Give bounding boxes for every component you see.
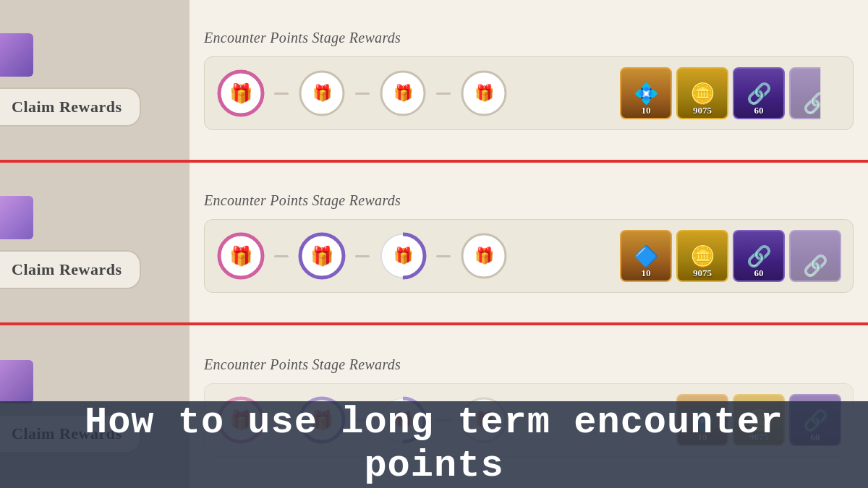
gift-icon-2-2: 🎁 bbox=[297, 231, 346, 281]
reward-items-2: 🔷 10 🪙 9075 🔗 60 🔗 bbox=[620, 230, 841, 282]
purple-accent-1 bbox=[0, 33, 33, 77]
gift-emoji-2-2: 🎁 bbox=[310, 245, 333, 267]
connector-1-1 bbox=[274, 93, 289, 95]
purple-accent-2 bbox=[0, 196, 33, 239]
reward-count-crystal-1: 10 bbox=[642, 106, 651, 115]
reward-row-1: 🎁 🎁 🎁 bbox=[204, 56, 854, 130]
main-container: Claim Rewards Encounter Points Stage Rew… bbox=[0, 0, 868, 488]
bottom-overlay: How to use long term encounter points bbox=[0, 401, 868, 488]
section-row-2: Claim Rewards Encounter Points Stage Rew… bbox=[0, 163, 868, 325]
reward-crystal-1: 💠 10 bbox=[620, 67, 672, 119]
gift-icon-2-3: 🎁 bbox=[378, 231, 427, 281]
gift-icon-1-2: 🎁 bbox=[297, 69, 346, 118]
gift-emoji-1-4: 🎁 bbox=[475, 84, 494, 103]
section-right-2: Encounter Points Stage Rewards 🎁 bbox=[190, 163, 868, 322]
overlay-line2: points bbox=[364, 445, 503, 487]
section-row-1: Claim Rewards Encounter Points Stage Rew… bbox=[0, 0, 868, 163]
gift-icon-1-1: 🎁 bbox=[216, 69, 265, 118]
section-title-2: Encounter Points Stage Rewards bbox=[204, 192, 854, 209]
connector-2-1 bbox=[274, 255, 289, 257]
gift-emoji-1-3: 🎁 bbox=[393, 84, 413, 103]
claim-rewards-button-1[interactable]: Claim Rewards bbox=[0, 87, 141, 127]
gift-icon-1-3: 🎁 bbox=[378, 69, 427, 118]
reward-ring-1: 🔗 60 bbox=[733, 67, 785, 119]
reward-extra-1: 🔗 bbox=[789, 67, 841, 119]
purple-accent-3 bbox=[0, 360, 33, 403]
overlay-line1: How to use long term encounter bbox=[85, 401, 783, 444]
reward-coin-2: 🪙 9075 bbox=[676, 230, 728, 282]
gift-emoji-1-2: 🎁 bbox=[312, 84, 332, 103]
claim-rewards-button-2[interactable]: Claim Rewards bbox=[0, 250, 141, 289]
gift-icon-2-4: 🎁 bbox=[459, 231, 509, 281]
gift-icon-2-1: 🎁 bbox=[216, 231, 265, 281]
reward-count-ring-1: 60 bbox=[754, 106, 764, 115]
section-left-1: Claim Rewards bbox=[0, 0, 190, 160]
reward-row-2: 🎁 🎁 🎁 bbox=[204, 219, 854, 293]
section-title-3: Encounter Points Stage Rewards bbox=[204, 356, 854, 373]
gift-emoji-2-4: 🎁 bbox=[475, 247, 494, 265]
reward-coin-1: 🪙 9075 bbox=[676, 67, 728, 119]
connector-1-2 bbox=[355, 93, 370, 95]
reward-extra-2: 🔗 bbox=[789, 230, 841, 282]
reward-crystal-2: 🔷 10 bbox=[620, 230, 672, 282]
section-title-1: Encounter Points Stage Rewards bbox=[204, 30, 854, 46]
reward-count-crystal-2: 10 bbox=[642, 268, 651, 278]
connector-1-3 bbox=[436, 93, 451, 95]
connector-2-3 bbox=[436, 255, 451, 257]
section-left-2: Claim Rewards bbox=[0, 163, 190, 322]
reward-items-1: 💠 10 🪙 9075 🔗 60 🔗 bbox=[620, 67, 841, 119]
reward-count-ring-2: 60 bbox=[754, 268, 764, 278]
section-right-1: Encounter Points Stage Rewards 🎁 🎁 bbox=[190, 0, 868, 160]
reward-count-coin-1: 9075 bbox=[693, 106, 712, 115]
reward-count-coin-2: 9075 bbox=[693, 268, 712, 278]
gift-emoji-2-3: 🎁 bbox=[393, 247, 413, 265]
connector-2-2 bbox=[355, 255, 370, 257]
gift-emoji-1-1: 🎁 bbox=[229, 82, 252, 105]
overlay-text: How to use long term encounter points bbox=[85, 401, 783, 488]
gift-icon-1-4: 🎁 bbox=[459, 69, 509, 118]
reward-ring-2: 🔗 60 bbox=[733, 230, 785, 282]
gift-emoji-2-1: 🎁 bbox=[229, 245, 252, 267]
